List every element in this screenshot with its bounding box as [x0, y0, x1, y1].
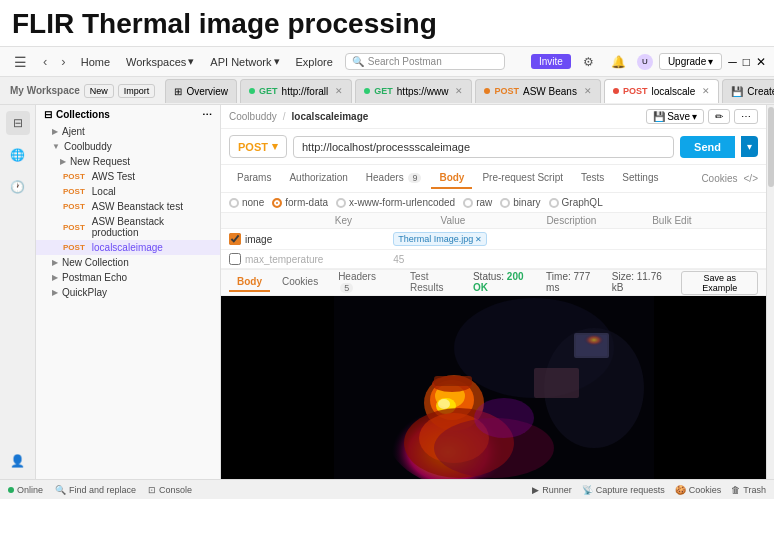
save-button[interactable]: 💾 Save ▾: [646, 109, 704, 124]
bulk-edit-label[interactable]: Bulk Edit: [652, 215, 758, 226]
sidebar-item-localscaleimage[interactable]: POST localscaleimage: [36, 240, 220, 255]
nav-api-network[interactable]: API Network ▾: [206, 53, 283, 70]
resp-tab-cookies[interactable]: Cookies: [274, 273, 326, 292]
minimize-icon[interactable]: ─: [728, 55, 737, 69]
form-value: Thermal Image.jpg ✕: [393, 232, 537, 246]
nav-explore[interactable]: Explore: [292, 54, 337, 70]
left-icon-bar: ⊟ 🌐 🕐 👤: [0, 105, 36, 479]
scrollbar-thumb[interactable]: [768, 107, 774, 187]
body-type-raw[interactable]: raw: [463, 197, 492, 208]
body-type-form-data[interactable]: form-data: [272, 197, 328, 208]
tab-close-icon[interactable]: ✕: [335, 86, 343, 96]
sidebar-item-postman-echo[interactable]: ▶ Postman Echo: [36, 270, 220, 285]
expand-icon: ▶: [52, 127, 58, 136]
tab-settings[interactable]: Settings: [614, 168, 666, 189]
cookies-item[interactable]: 🍪 Cookies: [675, 485, 722, 495]
body-type-none[interactable]: none: [229, 197, 264, 208]
tab-close-icon[interactable]: ✕: [455, 86, 463, 96]
runner-item[interactable]: ▶ Runner: [532, 485, 572, 495]
body-type-binary[interactable]: binary: [500, 197, 540, 208]
form-value: 45: [393, 254, 537, 265]
settings-icon[interactable]: ⚙: [577, 50, 601, 74]
trash-item[interactable]: 🗑 Trash: [731, 485, 766, 495]
body-type-urlencoded[interactable]: x-www-form-urlencoded: [336, 197, 455, 208]
tab-authorization[interactable]: Authorization: [281, 168, 355, 189]
sidebar-item-new-collection[interactable]: ▶ New Collection: [36, 255, 220, 270]
new-button[interactable]: New: [84, 84, 114, 98]
save-example-button[interactable]: Save as Example: [681, 271, 758, 295]
expand-icon: ▶: [52, 273, 58, 282]
tab-post-asw-beans[interactable]: POST ASW Beans ✕: [475, 79, 600, 103]
sidebar-item-quickplay[interactable]: ▶ QuickPlay: [36, 285, 220, 300]
environments-icon[interactable]: 🌐: [6, 143, 30, 167]
back-button[interactable]: ‹: [40, 53, 50, 70]
sidebar-item-label: localscaleimage: [92, 242, 163, 253]
user-icon[interactable]: 👤: [6, 449, 30, 473]
sidebar-item-aws-test[interactable]: POST AWS Test: [36, 169, 220, 184]
upgrade-button[interactable]: Upgrade ▾: [659, 53, 722, 70]
forward-button[interactable]: ›: [58, 53, 68, 70]
top-right-actions: Invite ⚙ 🔔 U Upgrade ▾ ─ □ ✕: [531, 50, 766, 74]
content-area: Coolbuddy / localscaleimage 💾 Save ▾ ✏ ⋯…: [221, 105, 766, 479]
method-select[interactable]: POST ▾: [229, 135, 287, 158]
tab-tests[interactable]: Tests: [573, 168, 612, 189]
close-icon[interactable]: ✕: [475, 235, 482, 244]
body-type-graphql[interactable]: GraphQL: [549, 197, 603, 208]
invite-button[interactable]: Invite: [531, 54, 571, 69]
chevron-down-icon: ▾: [188, 55, 194, 68]
code-icon[interactable]: </>: [744, 173, 758, 184]
collections-icon[interactable]: ⊟: [6, 111, 30, 135]
sidebar-item-asw-beanstack-production[interactable]: POST ASW Beanstack production: [36, 214, 220, 240]
tab-overview[interactable]: ⊞ Overview: [165, 79, 237, 103]
sidebar-item-local[interactable]: POST Local: [36, 184, 220, 199]
maximize-icon[interactable]: □: [743, 55, 750, 69]
send-button[interactable]: Send: [680, 136, 735, 158]
breadcrumb-current: localscaleimage: [292, 111, 369, 122]
notifications-icon[interactable]: 🔔: [607, 50, 631, 74]
cookies-label[interactable]: Cookies: [701, 173, 737, 184]
tab-pre-request[interactable]: Pre-request Script: [474, 168, 571, 189]
hamburger-icon[interactable]: ☰: [8, 50, 32, 74]
sidebar-item-coolbuddy[interactable]: ▼ Coolbuddy: [36, 139, 220, 154]
svg-rect-8: [434, 376, 472, 386]
row-checkbox[interactable]: [229, 253, 241, 265]
avatar[interactable]: U: [637, 54, 653, 70]
resp-tab-test-results[interactable]: Test Results: [402, 269, 469, 298]
search-bar[interactable]: 🔍 Search Postman: [345, 53, 505, 70]
tab-create-saved[interactable]: 💾 Create saved ✕: [722, 79, 774, 103]
tab-get-forall[interactable]: GET http://forall ✕: [240, 79, 352, 103]
file-tag[interactable]: Thermal Image.jpg ✕: [393, 232, 487, 246]
edit-button[interactable]: ✏: [708, 109, 730, 124]
sidebar-item-label: New Request: [70, 156, 130, 167]
row-checkbox[interactable]: [229, 233, 241, 245]
sidebar-item-ajent[interactable]: ▶ Ajent: [36, 124, 220, 139]
tab-close-icon[interactable]: ✕: [702, 86, 710, 96]
resp-tab-headers[interactable]: Headers 5: [330, 269, 398, 298]
history-icon[interactable]: 🕐: [6, 175, 30, 199]
filter-icon[interactable]: ⋯: [202, 109, 212, 120]
form-table-header: Key Value Description Bulk Edit: [221, 213, 766, 229]
console-item[interactable]: ⊡ Console: [148, 485, 192, 495]
tab-get-www[interactable]: GET https://www ✕: [355, 79, 472, 103]
sidebar-item-asw-beanstack-test[interactable]: POST ASW Beanstack test: [36, 199, 220, 214]
tab-post-localscale[interactable]: POST localscale ✕: [604, 79, 719, 103]
online-status: Online: [8, 485, 43, 495]
url-input[interactable]: [293, 136, 674, 158]
resp-tab-body[interactable]: Body: [229, 273, 270, 292]
send-dropdown-button[interactable]: ▾: [741, 136, 758, 157]
find-replace-item[interactable]: 🔍 Find and replace: [55, 485, 136, 495]
page-title: FLIR Thermal image processing: [12, 8, 762, 40]
radio-icon: [549, 198, 559, 208]
sidebar-item-new-request[interactable]: ▶ New Request: [36, 154, 220, 169]
tab-body[interactable]: Body: [431, 168, 472, 189]
tab-close-icon[interactable]: ✕: [584, 86, 592, 96]
import-button[interactable]: Import: [118, 84, 156, 98]
more-button[interactable]: ⋯: [734, 109, 758, 124]
right-scrollbar[interactable]: [766, 105, 774, 479]
capture-requests-item[interactable]: 📡 Capture requests: [582, 485, 665, 495]
tab-params[interactable]: Params: [229, 168, 279, 189]
tab-headers[interactable]: Headers 9: [358, 168, 430, 189]
close-icon[interactable]: ✕: [756, 55, 766, 69]
nav-workspaces[interactable]: Workspaces ▾: [122, 53, 198, 70]
nav-home[interactable]: Home: [77, 54, 114, 70]
